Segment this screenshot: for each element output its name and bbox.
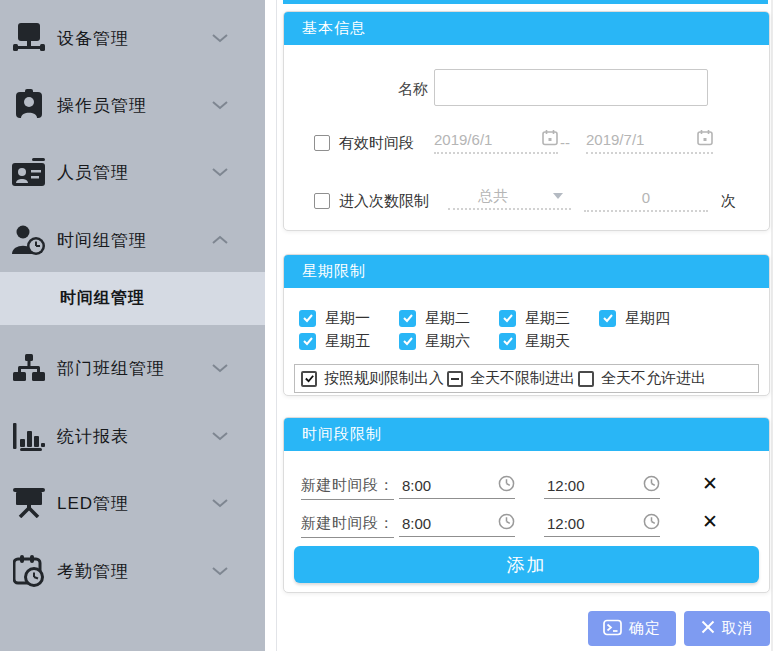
checkbox-checked-icon <box>299 310 316 327</box>
add-time-row-button[interactable]: 添加 <box>294 546 759 583</box>
mode-label: 全天不允许进出 <box>601 369 706 388</box>
end-time-value: 12:00 <box>547 477 585 494</box>
mode-all-day-unrestricted[interactable]: 全天不限制进出 <box>447 369 578 388</box>
checkbox-indeterminate-icon <box>447 371 463 387</box>
weekday-checkbox-wednesday[interactable]: 星期三 <box>499 309 570 327</box>
entry-limit-count-field[interactable]: 0 <box>584 184 708 212</box>
mode-label: 按照规则限制出入 <box>324 369 444 388</box>
sidebar-item-led[interactable]: LED管理 <box>0 476 265 530</box>
access-mode-group: 按照规则限制出入 全天不限制进出 全天不允许进出 <box>294 364 759 393</box>
sidebar-item-operators[interactable]: 操作员管理 <box>0 78 265 132</box>
panel-title: 星期限制 <box>284 255 769 288</box>
mode-all-day-denied[interactable]: 全天不允许进出 <box>578 369 709 388</box>
attendance-icon <box>7 555 51 587</box>
mode-rule-restrict[interactable]: 按照规则限制出入 <box>301 369 447 388</box>
start-date-value: 2019/6/1 <box>434 131 492 148</box>
cancel-label: 取消 <box>722 619 754 638</box>
valid-period-checkbox[interactable] <box>314 135 330 151</box>
confirm-button[interactable]: 确定 <box>588 611 676 646</box>
date-range-separator: -- <box>560 134 570 151</box>
entry-limit-checkbox[interactable] <box>314 193 330 209</box>
valid-period-label: 有效时间段 <box>339 134 414 153</box>
personnel-icon <box>7 157 51 187</box>
checkbox-checked-icon <box>499 333 516 350</box>
sidebar-item-departments[interactable]: 部门班组管理 <box>0 341 265 395</box>
chevron-down-icon <box>212 562 228 580</box>
sidebar-subitem-time-group-management[interactable]: 时间组管理 <box>0 272 265 325</box>
sidebar-item-time-groups[interactable]: 时间组管理 <box>0 213 265 267</box>
entry-limit-mode-select[interactable]: 总共 <box>448 184 571 210</box>
sidebar-item-devices[interactable]: 设备管理 <box>0 11 265 65</box>
weekday-checkbox-thursday[interactable]: 星期四 <box>599 309 670 327</box>
checkbox-checked-icon <box>399 333 416 350</box>
end-time-field[interactable]: 12:00 <box>544 510 660 537</box>
mode-label: 全天不限制进出 <box>470 369 575 388</box>
name-input[interactable] <box>434 69 708 106</box>
chevron-down-icon <box>212 359 228 377</box>
sidebar-item-label: 设备管理 <box>57 27 129 50</box>
clock-icon[interactable] <box>643 513 660 534</box>
start-time-field[interactable]: 8:00 <box>399 472 515 499</box>
close-icon <box>701 620 715 637</box>
chevron-down-icon <box>553 193 563 199</box>
sidebar-divider <box>276 0 277 651</box>
chevron-up-icon <box>212 231 228 249</box>
clock-icon[interactable] <box>643 475 660 496</box>
end-date-value: 2019/7/1 <box>586 131 644 148</box>
name-label: 名称 <box>284 80 428 99</box>
checkbox-checked-icon <box>599 310 616 327</box>
start-time-value: 8:00 <box>402 477 431 494</box>
top-accent-strip <box>283 0 768 4</box>
checkbox-unchecked-icon <box>578 371 594 387</box>
weekday-checkbox-saturday[interactable]: 星期六 <box>399 332 470 350</box>
chevron-down-icon <box>212 29 228 47</box>
calendar-icon[interactable] <box>542 129 558 150</box>
checkbox-checked-icon <box>499 310 516 327</box>
end-time-value: 12:00 <box>547 515 585 532</box>
week-limit-panel: 星期限制 星期一 星期二 星期三 星期四 星期五 星期六 星期天 <box>283 254 770 396</box>
weekday-checkbox-monday[interactable]: 星期一 <box>299 309 370 327</box>
sidebar-item-personnel[interactable]: 人员管理 <box>0 145 265 199</box>
start-time-value: 8:00 <box>402 515 431 532</box>
scrollbar-track[interactable] <box>771 0 773 651</box>
weekday-checkbox-friday[interactable]: 星期五 <box>299 332 370 350</box>
calendar-icon[interactable] <box>697 129 713 150</box>
clock-icon[interactable] <box>498 513 515 534</box>
delete-time-row-button[interactable]: ✕ <box>702 512 718 531</box>
chevron-down-icon <box>212 494 228 512</box>
end-time-field[interactable]: 12:00 <box>544 472 660 499</box>
sidebar: 设备管理 操作员管理 <box>0 0 265 651</box>
department-icon <box>7 354 51 382</box>
entry-limit-mode-value: 总共 <box>478 187 508 206</box>
start-time-field[interactable]: 8:00 <box>399 510 515 537</box>
sidebar-item-label: 考勤管理 <box>57 560 129 583</box>
time-row-label: 新建时间段： <box>301 476 394 500</box>
weekday-checkbox-sunday[interactable]: 星期天 <box>499 332 570 350</box>
chevron-down-icon <box>212 427 228 445</box>
sidebar-item-label: 时间组管理 <box>57 229 147 252</box>
panel-title: 时间段限制 <box>284 418 769 451</box>
weekday-label: 星期二 <box>425 309 470 328</box>
time-limit-panel: 时间段限制 新建时间段： 8:00 12:00 ✕ 新建时间段： 8:00 12… <box>283 417 770 593</box>
entry-limit-label: 进入次数限制 <box>339 192 429 211</box>
entry-limit-unit-label: 次 <box>721 192 736 211</box>
sidebar-item-attendance[interactable]: 考勤管理 <box>0 544 265 598</box>
checkbox-checked-icon <box>301 371 317 387</box>
sidebar-item-reports[interactable]: 统计报表 <box>0 409 265 463</box>
weekday-label: 星期三 <box>525 309 570 328</box>
basic-info-panel: 基本信息 名称 有效时间段 2019/6/1 -- 2019/7/1 进入次数限… <box>283 11 770 231</box>
end-date-field[interactable]: 2019/7/1 <box>586 126 713 154</box>
sidebar-item-label: 统计报表 <box>57 425 129 448</box>
sidebar-item-label: LED管理 <box>57 492 129 515</box>
clock-icon[interactable] <box>498 475 515 496</box>
time-row-label: 新建时间段： <box>301 514 394 538</box>
operator-icon <box>7 89 51 121</box>
chevron-down-icon <box>212 163 228 181</box>
delete-time-row-button[interactable]: ✕ <box>702 474 718 493</box>
weekday-checkbox-tuesday[interactable]: 星期二 <box>399 309 470 327</box>
cancel-button[interactable]: 取消 <box>684 611 770 646</box>
start-date-field[interactable]: 2019/6/1 <box>434 126 558 154</box>
weekday-label: 星期六 <box>425 332 470 351</box>
weekday-label: 星期一 <box>325 309 370 328</box>
sidebar-item-label: 部门班组管理 <box>57 357 165 380</box>
